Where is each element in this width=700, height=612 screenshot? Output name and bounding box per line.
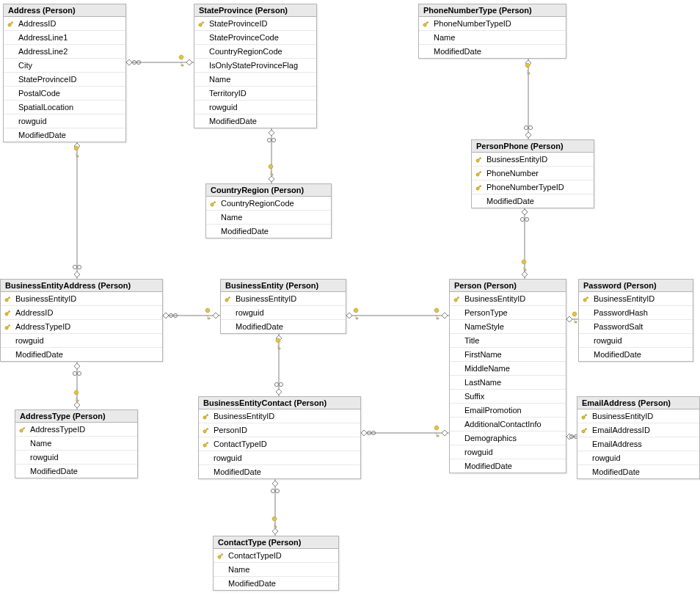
- table-row[interactable]: ModifiedDate: [206, 225, 331, 238]
- table-row[interactable]: EmailAddressID: [577, 423, 699, 437]
- table-row[interactable]: AddressLine2: [4, 45, 125, 59]
- column-name: BusinessEntityID: [592, 294, 655, 303]
- table-row[interactable]: BusinessEntityID: [221, 292, 346, 306]
- table-row[interactable]: ModifiedDate: [199, 465, 360, 478]
- table-row[interactable]: BusinessEntityID: [579, 292, 693, 306]
- column-name: BusinessEntityID: [591, 412, 653, 420]
- table-row[interactable]: Name: [15, 437, 137, 451]
- table-row[interactable]: rowguid: [4, 114, 125, 128]
- table-row[interactable]: StateProvinceCode: [194, 31, 316, 45]
- pk-cell: [199, 426, 212, 434]
- table-row[interactable]: City: [4, 59, 125, 73]
- table-row[interactable]: ModifiedDate: [577, 465, 699, 478]
- table-row[interactable]: AddressLine1: [4, 31, 125, 45]
- column-name: EmailAddress: [591, 440, 642, 448]
- entity-title: EmailAddress (Person): [577, 397, 699, 409]
- table-row[interactable]: ModifiedDate: [221, 320, 346, 333]
- table-row[interactable]: Title: [450, 334, 566, 348]
- primary-key-icon: [580, 412, 588, 420]
- entity-password[interactable]: Password (Person) BusinessEntityIDPasswo…: [578, 279, 693, 362]
- column-name: rowguid: [29, 453, 59, 462]
- table-row[interactable]: ModifiedDate: [4, 128, 125, 142]
- table-row[interactable]: Suffix: [450, 390, 566, 404]
- column-name: ModifiedDate: [463, 462, 512, 470]
- table-row[interactable]: ModifiedDate: [214, 577, 338, 590]
- table-row[interactable]: IsOnlyStateProvinceFlag: [194, 59, 316, 73]
- entity-personphone[interactable]: PersonPhone (Person) BusinessEntityID Ph…: [471, 139, 594, 208]
- primary-key-icon: [202, 426, 210, 434]
- table-row[interactable]: PersonID: [199, 423, 360, 437]
- table-row[interactable]: ContactTypeID: [214, 549, 338, 563]
- table-row[interactable]: TerritoryID: [194, 87, 316, 101]
- column-name: AddressID: [14, 308, 53, 317]
- table-row[interactable]: SpatialLocation: [4, 101, 125, 114]
- table-row[interactable]: ModifiedDate: [450, 459, 566, 473]
- entity-emailaddress[interactable]: EmailAddress (Person) BusinessEntityID E…: [577, 396, 700, 479]
- table-row[interactable]: ModifiedDate: [419, 45, 566, 58]
- table-row[interactable]: AddressTypeID: [1, 320, 162, 334]
- table-row[interactable]: ModifiedDate: [15, 465, 137, 478]
- table-row[interactable]: NameStyle: [450, 320, 566, 334]
- table-row[interactable]: rowguid: [15, 451, 137, 465]
- entity-contacttype[interactable]: ContactType (Person) ContactTypeIDNameMo…: [213, 536, 339, 591]
- table-row[interactable]: PhoneNumberTypeID: [472, 181, 594, 194]
- column-name: Name: [219, 213, 242, 222]
- table-row[interactable]: PasswordSalt: [579, 320, 693, 334]
- table-row[interactable]: CountryRegionCode: [194, 45, 316, 59]
- table-row[interactable]: rowguid: [579, 334, 693, 348]
- table-row[interactable]: StateProvinceID: [194, 17, 316, 31]
- pk-cell: [1, 309, 14, 317]
- table-row[interactable]: ModifiedDate: [194, 114, 316, 128]
- table-row[interactable]: rowguid: [577, 451, 699, 465]
- table-row[interactable]: ModifiedDate: [1, 348, 162, 361]
- entity-stateprovince[interactable]: StateProvince (Person) StateProvinceIDSt…: [194, 4, 317, 128]
- table-row[interactable]: BusinessEntityID: [199, 409, 360, 423]
- table-row[interactable]: Name: [194, 73, 316, 87]
- table-row[interactable]: rowguid: [1, 334, 162, 348]
- table-row[interactable]: AdditionalContactInfo: [450, 418, 566, 431]
- table-row[interactable]: EmailPromotion: [450, 404, 566, 418]
- table-row[interactable]: AddressTypeID: [15, 423, 137, 437]
- table-row[interactable]: PostalCode: [4, 87, 125, 101]
- primary-key-icon: [580, 426, 588, 434]
- table-row[interactable]: PhoneNumber: [472, 167, 594, 181]
- table-row[interactable]: LastName: [450, 376, 566, 390]
- table-row[interactable]: Name: [419, 31, 566, 45]
- entity-addresstype[interactable]: AddressType (Person) AddressTypeIDNamero…: [15, 409, 138, 478]
- table-row[interactable]: AddressID: [4, 17, 125, 31]
- entity-bea[interactable]: BusinessEntityAddress (Person) BusinessE…: [0, 279, 163, 362]
- primary-key-icon: [582, 295, 590, 303]
- table-row[interactable]: BusinessEntityID: [472, 153, 594, 167]
- entity-phonenumbertype[interactable]: PhoneNumberType (Person) PhoneNumberType…: [418, 4, 566, 59]
- table-row[interactable]: StateProvinceID: [4, 73, 125, 87]
- table-row[interactable]: EmailAddress: [577, 437, 699, 451]
- pk-cell: [1, 295, 14, 303]
- table-row[interactable]: ContactTypeID: [199, 437, 360, 451]
- table-row[interactable]: MiddleName: [450, 362, 566, 376]
- table-row[interactable]: CountryRegionCode: [206, 197, 331, 211]
- table-row[interactable]: BusinessEntityID: [577, 409, 699, 423]
- entity-address[interactable]: Address (Person) AddressIDAddressLine1Ad…: [3, 4, 126, 142]
- table-row[interactable]: PhoneNumberTypeID: [419, 17, 566, 31]
- table-row[interactable]: rowguid: [450, 445, 566, 459]
- entity-bec[interactable]: BusinessEntityContact (Person) BusinessE…: [198, 396, 361, 479]
- table-row[interactable]: Name: [214, 563, 338, 577]
- table-row[interactable]: PasswordHash: [579, 306, 693, 320]
- table-row[interactable]: FirstName: [450, 348, 566, 362]
- table-row[interactable]: Name: [206, 211, 331, 225]
- table-row[interactable]: AddressID: [1, 306, 162, 320]
- table-row[interactable]: ModifiedDate: [579, 348, 693, 361]
- table-row[interactable]: rowguid: [194, 101, 316, 114]
- table-row[interactable]: rowguid: [199, 451, 360, 465]
- entity-person[interactable]: Person (Person) BusinessEntityIDPersonTy…: [449, 279, 566, 473]
- table-row[interactable]: PersonType: [450, 306, 566, 320]
- table-row[interactable]: BusinessEntityID: [450, 292, 566, 306]
- entity-businessentity[interactable]: BusinessEntity (Person) BusinessEntityID…: [220, 279, 346, 334]
- table-row[interactable]: Demographics: [450, 431, 566, 445]
- table-row[interactable]: ModifiedDate: [472, 194, 594, 208]
- entity-countryregion[interactable]: CountryRegion (Person) CountryRegionCode…: [205, 183, 332, 238]
- pk-cell: [472, 183, 485, 192]
- pk-cell: [577, 426, 591, 434]
- table-row[interactable]: BusinessEntityID: [1, 292, 162, 306]
- table-row[interactable]: rowguid: [221, 306, 346, 320]
